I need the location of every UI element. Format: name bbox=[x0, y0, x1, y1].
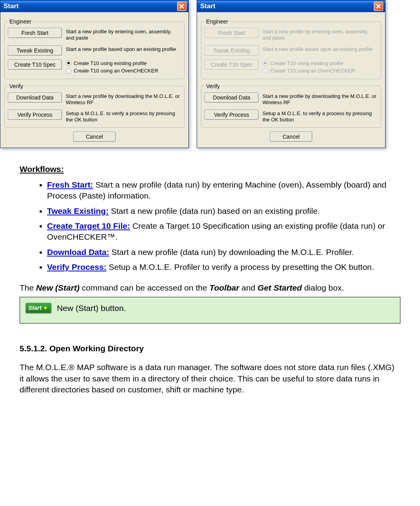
verify-group: Verify Download Data Start a new profile… bbox=[4, 83, 185, 128]
radio-label: Create T10 using existing profile bbox=[270, 60, 343, 67]
list-item: Download Data: Start a new profile (data… bbox=[47, 247, 400, 258]
dialogs-row: Start Engineer Fresh Start Start a new p… bbox=[0, 0, 420, 164]
tweak-existing-button[interactable]: Tweak Existing bbox=[8, 45, 62, 56]
get-started-term: Get Started bbox=[257, 283, 302, 292]
cancel-button[interactable]: Cancel bbox=[270, 132, 312, 142]
fresh-start-button[interactable]: Fresh Start bbox=[8, 28, 62, 38]
document-text: Workflows: Fresh Start: Start a new prof… bbox=[0, 164, 420, 410]
create-t10-button[interactable]: Create T10 Spec bbox=[8, 60, 62, 70]
new-start-term: New (Start) bbox=[36, 283, 80, 292]
radio-icon bbox=[66, 68, 71, 74]
radio-ovenchecker[interactable]: Create T10 using an OvenCHECKER bbox=[66, 67, 158, 75]
download-data-button[interactable]: Download Data bbox=[205, 92, 259, 103]
window-title: Start bbox=[200, 2, 215, 10]
radio-icon bbox=[262, 60, 268, 66]
download-data-button[interactable]: Download Data bbox=[8, 92, 62, 103]
link-fresh-start[interactable]: Fresh Start: bbox=[47, 180, 93, 189]
note-box: Start✦ New (Start) button. bbox=[20, 297, 400, 323]
titlebar[interactable]: Start bbox=[197, 0, 385, 12]
t10-radio-group: Create T10 using existing profile Create… bbox=[262, 60, 355, 75]
tweak-existing-desc: Start a new profile based upon an existi… bbox=[262, 45, 373, 52]
download-data-desc: Start a new profile by downloading the M… bbox=[66, 92, 181, 106]
fresh-start-desc: Start a new profile by entering oven, as… bbox=[66, 28, 181, 42]
section-heading: 5.5.1.2. Open Working Directory bbox=[20, 343, 400, 354]
radio-icon bbox=[262, 68, 268, 74]
tweak-existing-desc: Start a new profile based upon an existi… bbox=[66, 45, 176, 52]
cancel-button[interactable]: Cancel bbox=[73, 132, 116, 142]
start-dialog-disabled: Start Engineer Fresh Start Start a new p… bbox=[197, 0, 386, 148]
verify-process-button[interactable]: Verify Process bbox=[205, 110, 259, 120]
access-line: The New (Start) command can be accessed … bbox=[20, 282, 400, 293]
item-text: Setup a M.O.L.E. Profiler to verify a pr… bbox=[107, 262, 374, 271]
verify-process-button[interactable]: Verify Process bbox=[8, 110, 62, 120]
verify-legend: Verify bbox=[8, 83, 25, 89]
star-icon: ✦ bbox=[43, 304, 48, 312]
engineer-group: Engineer Fresh Start Start a new profile… bbox=[4, 18, 185, 79]
badge-label: Start bbox=[28, 304, 42, 312]
engineer-legend: Engineer bbox=[205, 18, 230, 25]
download-data-desc: Start a new profile by downloading the M… bbox=[262, 92, 378, 106]
start-dialog-enabled: Start Engineer Fresh Start Start a new p… bbox=[0, 0, 189, 148]
verify-process-desc: Setup a M.O.L.E. to verify a process by … bbox=[66, 110, 181, 123]
workflows-heading: Workflows: bbox=[20, 164, 400, 175]
radio-existing-profile: Create T10 using existing profile bbox=[262, 60, 355, 67]
start-badge-icon: Start✦ bbox=[25, 303, 51, 313]
verify-legend: Verify bbox=[205, 83, 221, 89]
workflows-list: Fresh Start: Start a new profile (data r… bbox=[20, 179, 400, 273]
list-item: Tweak Existing: Start a new profile (dat… bbox=[47, 206, 400, 217]
t10-radio-group: Create T10 using existing profile Create… bbox=[66, 60, 158, 75]
toolbar-term: Toolbar bbox=[209, 283, 239, 292]
radio-icon bbox=[66, 60, 71, 66]
close-icon[interactable] bbox=[177, 2, 186, 11]
list-item: Verify Process: Setup a M.O.L.E. Profile… bbox=[47, 262, 400, 273]
fresh-start-desc: Start a new profile by entering oven, as… bbox=[262, 28, 378, 42]
note-text: New (Start) button. bbox=[57, 303, 126, 314]
radio-label: Create T10 using an OvenCHECKER bbox=[74, 67, 158, 75]
link-create-t10[interactable]: Create Target 10 File: bbox=[47, 221, 130, 230]
radio-label: Create T10 using existing profile bbox=[74, 60, 147, 67]
radio-ovenchecker: Create T10 using an OvenCHECKER bbox=[262, 67, 355, 75]
section-body: The M.O.L.E.® MAP software is a data run… bbox=[20, 362, 400, 395]
tweak-existing-button: Tweak Existing bbox=[205, 45, 259, 56]
engineer-group-disabled: Engineer Fresh Start Start a new profile… bbox=[201, 18, 381, 79]
link-verify-process[interactable]: Verify Process: bbox=[47, 262, 107, 271]
list-item: Fresh Start: Start a new profile (data r… bbox=[47, 179, 400, 202]
link-tweak-existing[interactable]: Tweak Existing: bbox=[47, 206, 109, 215]
dialog-body: Engineer Fresh Start Start a new profile… bbox=[197, 12, 385, 148]
engineer-legend: Engineer bbox=[8, 18, 33, 25]
close-icon[interactable] bbox=[374, 2, 383, 11]
radio-label: Create T10 using an OvenCHECKER bbox=[270, 67, 355, 75]
item-text: Start a new profile (data run) by downlo… bbox=[109, 248, 354, 257]
item-text: Start a new profile (data run) based on … bbox=[109, 206, 320, 215]
fresh-start-button: Fresh Start bbox=[205, 28, 259, 38]
radio-existing-profile[interactable]: Create T10 using existing profile bbox=[66, 60, 158, 67]
list-item: Create Target 10 File: Create a Target 1… bbox=[47, 220, 400, 243]
link-download-data[interactable]: Download Data: bbox=[47, 248, 109, 257]
window-title: Start bbox=[4, 2, 19, 10]
item-text: Start a new profile (data run) by enteri… bbox=[47, 180, 386, 200]
create-t10-button: Create T10 Spec bbox=[205, 60, 259, 70]
verify-group: Verify Download Data Start a new profile… bbox=[201, 83, 381, 128]
dialog-body: Engineer Fresh Start Start a new profile… bbox=[0, 12, 188, 148]
titlebar[interactable]: Start bbox=[0, 0, 188, 12]
verify-process-desc: Setup a M.O.L.E. to verify a process by … bbox=[262, 110, 378, 123]
